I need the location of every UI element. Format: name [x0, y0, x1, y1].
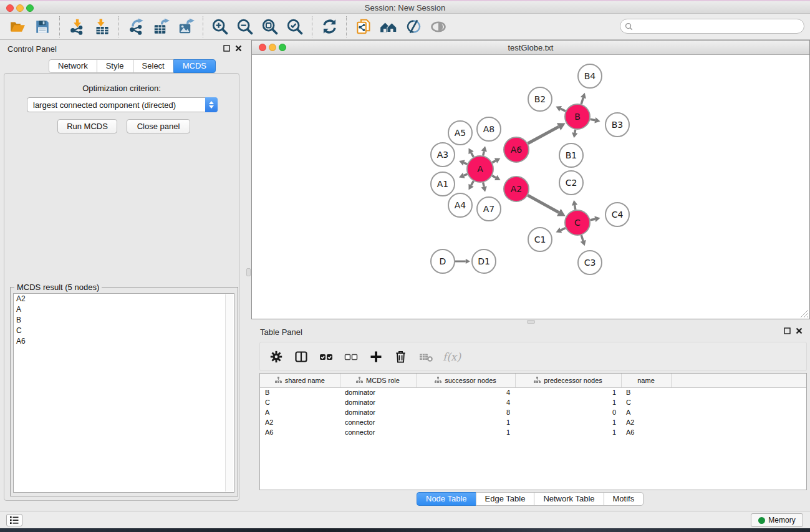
- cell[interactable]: 1: [515, 387, 621, 397]
- tab-network-table[interactable]: Network Table: [534, 492, 604, 506]
- tab-network[interactable]: Network: [49, 59, 97, 73]
- cell[interactable]: 1: [416, 427, 515, 437]
- table-header-row[interactable]: shared nameMCDS rolesuccessor nodesprede…: [260, 374, 807, 387]
- close-panel-icon[interactable]: [235, 45, 242, 52]
- edge-B-B2[interactable]: [561, 109, 566, 111]
- table-row[interactable]: Cdominator41C: [260, 397, 807, 407]
- network-canvas[interactable]: B4B2BB3A8A5A6A3B1AC2A1A2A4A7C4CC1C3DD1: [252, 56, 809, 319]
- cell[interactable]: 1: [515, 397, 621, 407]
- cell[interactable]: 4: [416, 387, 515, 397]
- memory-button[interactable]: Memory: [751, 513, 803, 527]
- edge-C-C4[interactable]: [591, 219, 595, 220]
- edge-C-C2[interactable]: [575, 205, 576, 210]
- edge-A-A1[interactable]: [464, 174, 468, 175]
- edge-B-B3[interactable]: [591, 119, 595, 120]
- result-item[interactable]: C: [14, 326, 234, 336]
- tab-edge-table[interactable]: Edge Table: [476, 492, 535, 506]
- cell[interactable]: A2: [621, 417, 671, 427]
- edge-A-A5[interactable]: [471, 153, 474, 157]
- column-header-MCDS-role[interactable]: MCDS role: [340, 374, 416, 387]
- fit-content-button[interactable]: [258, 16, 282, 38]
- close-panel-button[interactable]: Close panel: [127, 119, 190, 133]
- edge-A-A8[interactable]: [483, 152, 485, 156]
- search-field[interactable]: [620, 19, 804, 34]
- select-all-button[interactable]: [315, 346, 337, 367]
- network-graph[interactable]: B4B2BB3A8A5A6A3B1AC2A1A2A4A7C4CC1C3DD1: [252, 56, 809, 319]
- edge-A-A3[interactable]: [464, 163, 467, 164]
- edge-A-A7[interactable]: [483, 182, 485, 186]
- cell[interactable]: A2: [260, 417, 340, 427]
- table-row[interactable]: A6connector11A6: [260, 427, 807, 437]
- close-panel-icon[interactable]: [796, 327, 803, 334]
- result-item[interactable]: B: [14, 315, 234, 326]
- cell[interactable]: 0: [515, 407, 621, 417]
- zoom-selected-button[interactable]: [282, 16, 307, 38]
- result-item[interactable]: A6: [14, 336, 234, 347]
- tab-style[interactable]: Style: [97, 59, 133, 73]
- deselect-all-button[interactable]: [340, 346, 362, 367]
- float-panel-icon[interactable]: [784, 327, 791, 334]
- cell[interactable]: 8: [416, 407, 515, 417]
- tab-node-table[interactable]: Node Table: [417, 492, 476, 506]
- cell[interactable]: 1: [515, 427, 621, 437]
- table-row[interactable]: Adominator80A: [260, 407, 807, 417]
- table-settings-button[interactable]: [265, 346, 287, 367]
- cell[interactable]: 1: [416, 417, 515, 427]
- cell[interactable]: 1: [515, 417, 621, 427]
- cell[interactable]: 4: [416, 397, 515, 407]
- edge-C-C3[interactable]: [581, 235, 583, 241]
- cell[interactable]: C: [260, 397, 340, 407]
- hide-graphics-details-button[interactable]: [401, 16, 426, 38]
- float-panel-icon[interactable]: [223, 45, 230, 52]
- column-header-successor-nodes[interactable]: successor nodes: [416, 374, 515, 387]
- table-row[interactable]: Bdominator41B: [260, 387, 807, 397]
- resize-grip-icon[interactable]: [798, 307, 809, 318]
- task-history-button[interactable]: [6, 514, 22, 526]
- mcds-result-list[interactable]: A2ABCA6: [13, 293, 234, 493]
- zoom-in-button[interactable]: [208, 16, 233, 38]
- result-item[interactable]: A: [14, 304, 234, 315]
- column-header-predecessor-nodes[interactable]: predecessor nodes: [515, 374, 621, 387]
- cell[interactable]: A6: [260, 427, 340, 437]
- add-column-button[interactable]: [365, 346, 387, 367]
- result-item[interactable]: A2: [14, 294, 234, 304]
- function-builder-button[interactable]: f(x): [440, 346, 461, 367]
- tab-mcds[interactable]: MCDS: [173, 59, 216, 73]
- edge-A6-B[interactable]: [528, 127, 559, 143]
- search-input[interactable]: [633, 22, 789, 31]
- show-column-button[interactable]: [290, 346, 312, 367]
- delete-table-button[interactable]: [415, 346, 436, 367]
- save-session-button[interactable]: [30, 16, 55, 38]
- window-titlebar[interactable]: Session: New Session: [0, 1, 810, 14]
- export-image-button[interactable]: [173, 16, 198, 38]
- cell[interactable]: connector: [340, 427, 416, 437]
- criterion-dropdown[interactable]: largest connected component (directed): [27, 97, 218, 112]
- result-scrollbar[interactable]: [225, 294, 233, 491]
- run-mcds-button[interactable]: Run MCDS: [57, 119, 117, 133]
- table-row[interactable]: A2connector11A2: [260, 417, 807, 427]
- cell[interactable]: A6: [621, 427, 671, 437]
- cell[interactable]: dominator: [340, 407, 416, 417]
- cell[interactable]: A: [621, 407, 671, 417]
- delete-column-button[interactable]: [390, 346, 412, 367]
- edge-B-B1[interactable]: [575, 130, 576, 133]
- export-table-button[interactable]: [148, 16, 173, 38]
- edge-B-B4[interactable]: [581, 98, 583, 104]
- cell[interactable]: connector: [340, 417, 416, 427]
- open-file-button[interactable]: [5, 16, 30, 38]
- horizontal-splitter-handle[interactable]: [527, 320, 535, 324]
- cell[interactable]: B: [621, 387, 671, 397]
- vertical-splitter-handle[interactable]: [246, 268, 251, 276]
- cell[interactable]: A: [260, 407, 340, 417]
- column-header-name[interactable]: name: [621, 374, 671, 387]
- cell[interactable]: C: [621, 397, 671, 407]
- cell[interactable]: dominator: [340, 397, 416, 407]
- edge-A-A2[interactable]: [492, 176, 496, 178]
- import-table-button[interactable]: [89, 16, 114, 38]
- clone-network-button[interactable]: [351, 16, 376, 38]
- node-table[interactable]: shared nameMCDS rolesuccessor nodesprede…: [259, 373, 807, 490]
- show-view-button[interactable]: [426, 16, 451, 38]
- column-header-shared-name[interactable]: shared name: [260, 374, 340, 387]
- network-view-window[interactable]: testGlobe.txt B4B2BB3A8A5A6A3B1AC2A1A2A4…: [251, 40, 810, 319]
- network-window-titlebar[interactable]: testGlobe.txt: [252, 41, 809, 55]
